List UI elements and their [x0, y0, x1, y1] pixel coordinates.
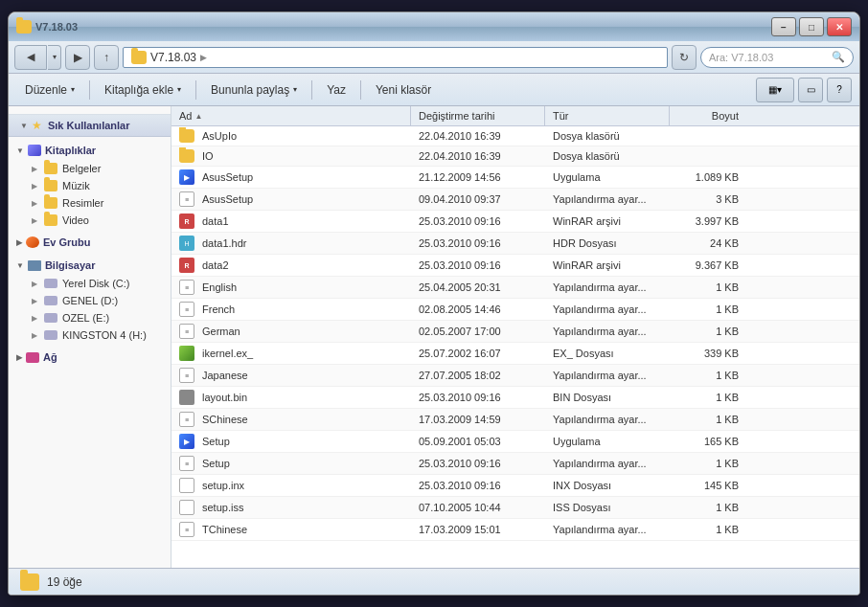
table-row[interactable]: ≡ SChinese 17.03.2009 14:59 Yapılandırma… — [171, 409, 859, 431]
file-date-text: 22.04.2010 16:39 — [419, 150, 501, 162]
table-row[interactable]: ≡ French 02.08.2005 14:46 Yapılandırma a… — [171, 299, 859, 321]
forward-button[interactable]: ▶ — [65, 45, 90, 70]
file-cell-size: 1 KB — [670, 412, 746, 427]
table-row[interactable]: AsUpIo 22.04.2010 16:39 Dosya klasörü — [171, 126, 859, 146]
file-cell-name: layout.bin — [171, 388, 411, 407]
file-size-text: 145 KB — [704, 480, 739, 491]
table-row[interactable]: ikernel.ex_ 25.07.2002 16:07 EX_ Dosyası… — [171, 343, 859, 365]
file-icon-config: ≡ — [179, 522, 194, 537]
file-cell-name: H data1.hdr — [171, 234, 411, 253]
col-header-type[interactable]: Tür — [545, 106, 670, 125]
homegroup-icon — [26, 236, 39, 248]
table-row[interactable]: ≡ Setup 25.03.2010 09:16 Yapılandırma ay… — [171, 453, 859, 475]
col-header-size[interactable]: Boyut — [670, 106, 746, 125]
file-icon-config: ≡ — [179, 280, 194, 295]
table-row[interactable]: R data2 25.03.2010 09:16 WinRAR arşivi 9… — [171, 255, 859, 277]
sidebar-item-resimler[interactable]: ▶ Resimler — [9, 194, 171, 212]
col-header-date[interactable]: Değiştirme tarihi — [411, 106, 545, 125]
disk-icon-c — [44, 279, 57, 288]
file-name-text: data2 — [202, 259, 229, 271]
sidebar-homegroup-header[interactable]: ▶ Ev Grubu — [9, 233, 171, 252]
file-cell-date: 02.05.2007 17:00 — [411, 324, 545, 339]
col-header-name[interactable]: Ad ▲ — [171, 106, 411, 125]
file-type-text: Yapılandırma ayar... — [553, 281, 647, 293]
table-row[interactable]: ≡ Japanese 27.07.2005 18:02 Yapılandırma… — [171, 365, 859, 387]
lib-icon — [28, 145, 41, 156]
main-content: ▼ ★ Sık Kullanılanlar ▼ Kitaplıklar ▶ Be… — [9, 106, 859, 568]
back-dropdown[interactable]: ▾ — [48, 45, 61, 70]
col-size-label: Boyut — [712, 110, 739, 122]
bununla-paylas-button[interactable]: Bununla paylaş ▾ — [202, 78, 306, 102]
table-row[interactable]: setup.iss 07.10.2005 10:44 ISS Dosyası 1… — [171, 497, 859, 519]
file-size-text: 1 KB — [716, 524, 739, 535]
file-cell-date: 27.07.2005 18:02 — [411, 368, 545, 383]
table-row[interactable]: ≡ German 02.05.2007 17:00 Yapılandırma a… — [171, 321, 859, 343]
sidebar-libraries-header[interactable]: ▼ Kitaplıklar — [9, 141, 171, 160]
file-type-text: Yapılandırma ayar... — [553, 458, 647, 469]
maximize-button[interactable]: □ — [799, 17, 824, 36]
sidebar-computer-header[interactable]: ▼ Bilgisayar — [9, 256, 171, 275]
expand-icon-c: ▶ — [32, 280, 37, 288]
minimize-button[interactable]: − — [771, 17, 796, 36]
file-name-text: SChinese — [202, 414, 248, 425]
file-icon-config: ≡ — [179, 191, 194, 207]
table-row[interactable]: ▶ Setup 05.09.2001 05:03 Uygulama 165 KB — [171, 431, 859, 453]
expand-icon-e: ▶ — [32, 314, 37, 323]
file-name-text: French — [202, 304, 235, 315]
pane-button[interactable]: ▭ — [798, 78, 823, 102]
file-cell-name: ≡ SChinese — [171, 410, 411, 429]
sidebar-item-belgeler[interactable]: ▶ Belgeler — [9, 160, 171, 177]
back-button[interactable]: ◀ — [14, 45, 47, 70]
table-row[interactable]: ≡ English 25.04.2005 20:31 Yapılandırma … — [171, 277, 859, 299]
title-bar: V7.18.03 − □ ✕ — [9, 12, 859, 41]
view-options-button[interactable]: ▦▾ — [756, 78, 794, 102]
table-row[interactable]: ≡ TChinese 17.03.2009 15:01 Yapılandırma… — [171, 519, 859, 541]
file-cell-type: WinRAR arşivi — [545, 258, 670, 273]
sidebar-network-header[interactable]: ▶ Ağ — [9, 348, 171, 367]
sidebar-item-disk-e[interactable]: ▶ OZEL (E:) — [9, 309, 171, 326]
table-row[interactable]: ▶ AsusSetup 21.12.2009 14:56 Uygulama 1.… — [171, 167, 859, 189]
table-row[interactable]: H data1.hdr 25.03.2010 09:16 HDR Dosyası… — [171, 233, 859, 255]
disk-icon-e — [44, 313, 57, 323]
file-cell-type: Yapılandırma ayar... — [545, 302, 670, 317]
chevron-down-icon-comp: ▼ — [16, 261, 24, 270]
close-button[interactable]: ✕ — [827, 17, 852, 36]
refresh-button[interactable]: ↻ — [672, 45, 697, 70]
sidebar-item-muzik[interactable]: ▶ Müzik — [9, 177, 171, 194]
table-row[interactable]: ≡ AsusSetup 09.04.2010 09:37 Yapılandırm… — [171, 189, 859, 211]
expand-icon-h: ▶ — [32, 331, 37, 340]
sidebar-item-disk-d[interactable]: ▶ GENEL (D:) — [9, 292, 171, 309]
duzenle-button[interactable]: Düzenle ▾ — [16, 78, 83, 102]
file-type-text: INX Dosyası — [553, 480, 611, 491]
sidebar-computer-section: ▼ Bilgisayar ▶ Yerel Disk (C:) ▶ GENEL (… — [9, 256, 171, 344]
table-row[interactable]: setup.inx 25.03.2010 09:16 INX Dosyası 1… — [171, 475, 859, 497]
file-icon-hdr: H — [179, 236, 194, 251]
address-path-bar[interactable]: V7.18.03 ▶ — [123, 47, 668, 68]
up-button[interactable]: ↑ — [94, 45, 119, 70]
sidebar-item-disk-h[interactable]: ▶ KINGSTON 4 (H:) — [9, 326, 171, 344]
file-type-text: Uygulama — [553, 171, 601, 183]
file-icon-rar: R — [179, 214, 194, 229]
expand-icon: ▶ — [32, 165, 37, 173]
kitapliga-ekle-button[interactable]: Kitaplığa ekle ▾ — [96, 78, 190, 102]
file-icon-bin — [179, 390, 194, 405]
table-row[interactable]: IO 22.04.2010 16:39 Dosya klasörü — [171, 146, 859, 167]
file-icon-folder — [179, 149, 194, 163]
yaz-button[interactable]: Yaz — [318, 78, 354, 102]
sidebar-item-video[interactable]: ▶ Video — [9, 212, 171, 229]
yeni-klasor-button[interactable]: Yeni klasör — [367, 78, 440, 102]
help-button[interactable]: ? — [827, 78, 852, 102]
file-icon-config: ≡ — [179, 368, 194, 383]
file-date-text: 05.09.2001 05:03 — [419, 436, 501, 447]
file-cell-type: Yapılandırma ayar... — [545, 368, 670, 383]
file-date-text: 17.03.2009 14:59 — [419, 414, 501, 425]
file-name-text: Setup — [202, 436, 230, 447]
sidebar-item-disk-c[interactable]: ▶ Yerel Disk (C:) — [9, 275, 171, 292]
search-box[interactable]: Ara: V7.18.03 🔍 — [700, 47, 854, 68]
toolbar-right: ▦▾ ▭ ? — [756, 78, 852, 102]
table-row[interactable]: R data1 25.03.2010 09:16 WinRAR arşivi 3… — [171, 211, 859, 233]
sidebar-favorites-header[interactable]: ▼ ★ Sık Kullanılanlar — [9, 114, 171, 137]
file-cell-type: Dosya klasörü — [545, 148, 670, 164]
table-row[interactable]: layout.bin 25.03.2010 09:16 BIN Dosyası … — [171, 387, 859, 409]
kitapliga-ekle-label: Kitaplığa ekle — [104, 83, 173, 97]
